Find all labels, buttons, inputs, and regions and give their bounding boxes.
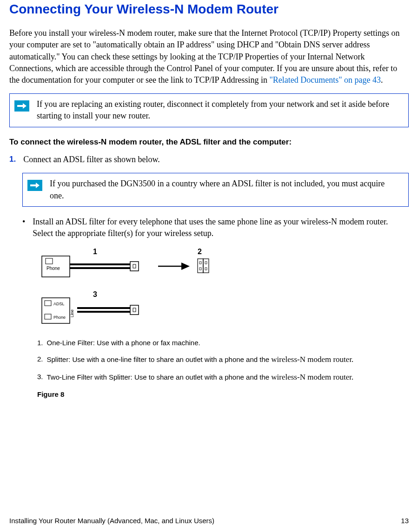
svg-rect-19 xyxy=(45,314,51,319)
legend-1-num: 1. xyxy=(37,338,43,348)
svg-rect-15 xyxy=(199,268,201,270)
svg-text:1: 1 xyxy=(93,248,97,256)
arrow-icon xyxy=(27,180,42,191)
svg-rect-16 xyxy=(205,268,207,270)
figure-caption: Figure 8 xyxy=(37,389,409,399)
legend-item-2: 2. Splitter: Use with a one-line filter … xyxy=(37,354,409,365)
legend-2-num: 2. xyxy=(37,354,43,365)
svg-rect-25 xyxy=(130,305,139,315)
note-2-text: If you purchased the DGN3500 in a countr… xyxy=(50,178,401,201)
svg-marker-9 xyxy=(181,263,190,270)
svg-rect-11 xyxy=(198,259,203,273)
legend-1-text: One-Line Filter: Use with a phone or fax… xyxy=(47,338,200,348)
svg-rect-13 xyxy=(199,262,201,264)
legend-2-text: Splitter: Use with a one-line filter to … xyxy=(47,354,354,365)
svg-rect-1 xyxy=(46,258,53,264)
bullet-item-1: • Install an ADSL filter for every telep… xyxy=(22,216,409,239)
svg-text:Line: Line xyxy=(70,309,74,317)
legend-3-num: 3. xyxy=(37,372,43,383)
legend-item-3: 3. Two-Line Filter with Splitter: Use to… xyxy=(37,372,409,383)
svg-rect-14 xyxy=(205,262,207,264)
svg-text:Phone: Phone xyxy=(46,266,60,271)
svg-text:ADSL: ADSL xyxy=(53,302,65,306)
step-1: 1. Connect an ADSL filter as shown below… xyxy=(9,154,409,165)
intro-paragraph: Before you install your wireless-N modem… xyxy=(9,27,409,86)
arrow-icon xyxy=(14,100,29,112)
legend-3-text: Two-Line Filter with Splitter: Use to sh… xyxy=(47,372,354,383)
svg-rect-26 xyxy=(133,308,136,312)
svg-rect-12 xyxy=(203,259,209,273)
svg-text:3: 3 xyxy=(93,290,97,298)
legend-item-1: 1. One-Line Filter: Use with a phone or … xyxy=(37,338,409,348)
svg-text:2: 2 xyxy=(198,248,202,256)
svg-rect-5 xyxy=(130,262,139,271)
note-box-2: If you purchased the DGN3500 in a countr… xyxy=(22,173,409,206)
figure-legend: 1. One-Line Filter: Use with a phone or … xyxy=(37,338,409,383)
related-documents-link[interactable]: "Related Documents" on page 43 xyxy=(269,75,381,85)
note-box-1: If you are replacing an existing router,… xyxy=(9,93,409,127)
svg-rect-18 xyxy=(45,301,51,306)
period: . xyxy=(381,75,383,85)
step-1-text: Connect an ADSL filter as shown below. xyxy=(23,154,160,165)
bullet-1-text: Install an ADSL filter for every telepho… xyxy=(33,216,409,239)
bullet-marker: • xyxy=(22,216,25,239)
svg-rect-6 xyxy=(133,264,136,268)
filter-diagram: Phone 1 2 ADSL Phone Line 3 xyxy=(37,247,409,330)
step-1-number: 1. xyxy=(9,154,16,165)
section-heading: To connect the wireless-N modem router, … xyxy=(9,137,409,148)
page-heading: Connecting Your Wireless-N Modem Router xyxy=(9,0,409,18)
note-1-text: If you are replacing an existing router,… xyxy=(37,99,401,122)
svg-text:Phone: Phone xyxy=(53,315,66,320)
